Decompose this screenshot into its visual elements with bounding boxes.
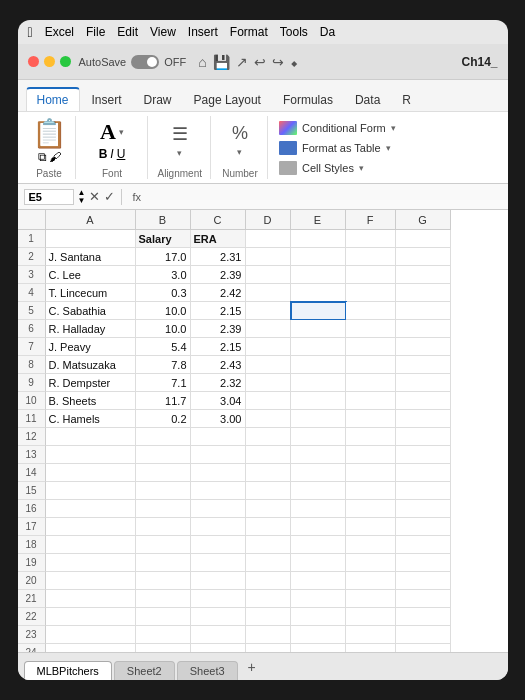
cell-9-C[interactable]: 2.32 [191, 374, 246, 392]
cell-4-E[interactable] [291, 284, 346, 302]
cell-9-F[interactable] [346, 374, 396, 392]
cell-19-G[interactable] [396, 554, 451, 572]
cell-22-F[interactable] [346, 608, 396, 626]
add-sheet-button[interactable]: + [240, 656, 264, 678]
cell-23-F[interactable] [346, 626, 396, 644]
cell-15-C[interactable] [191, 482, 246, 500]
cell-23-E[interactable] [291, 626, 346, 644]
cell-7-G[interactable] [396, 338, 451, 356]
cell-22-C[interactable] [191, 608, 246, 626]
cell-1-C[interactable]: ERA [191, 230, 246, 248]
cell-15-G[interactable] [396, 482, 451, 500]
menu-da[interactable]: Da [320, 25, 335, 39]
cell-12-D[interactable] [246, 428, 291, 446]
sheet-tab-sheet3[interactable]: Sheet3 [177, 661, 238, 680]
cell-1-D[interactable] [246, 230, 291, 248]
cell-reference[interactable]: E5 [24, 189, 74, 205]
cell-10-F[interactable] [346, 392, 396, 410]
cell-21-G[interactable] [396, 590, 451, 608]
cell-2-E[interactable] [291, 248, 346, 266]
cell-11-A[interactable]: C. Hamels [46, 410, 136, 428]
cell-23-B[interactable] [136, 626, 191, 644]
cell-6-C[interactable]: 2.39 [191, 320, 246, 338]
cell-13-C[interactable] [191, 446, 246, 464]
autosave-toggle[interactable] [131, 55, 159, 69]
cell-14-F[interactable] [346, 464, 396, 482]
cell-19-E[interactable] [291, 554, 346, 572]
cell-6-G[interactable] [396, 320, 451, 338]
cell-17-B[interactable] [136, 518, 191, 536]
col-header-D[interactable]: D [246, 210, 291, 230]
cell-6-E[interactable] [291, 320, 346, 338]
share-icon[interactable]: ↗ [236, 54, 248, 70]
col-header-F[interactable]: F [346, 210, 396, 230]
cell-22-D[interactable] [246, 608, 291, 626]
cell-9-G[interactable] [396, 374, 451, 392]
cell-19-D[interactable] [246, 554, 291, 572]
sheet-tab-sheet2[interactable]: Sheet2 [114, 661, 175, 680]
cell-11-G[interactable] [396, 410, 451, 428]
cell-5-G[interactable] [396, 302, 451, 320]
save-icon[interactable]: 💾 [213, 54, 230, 70]
cell-5-E[interactable] [291, 302, 346, 320]
cell-22-E[interactable] [291, 608, 346, 626]
tab-data[interactable]: Data [345, 89, 390, 111]
cell-11-E[interactable] [291, 410, 346, 428]
cell-styles-btn[interactable]: Cell Styles ▾ [276, 160, 367, 176]
menu-edit[interactable]: Edit [117, 25, 138, 39]
cell-5-C[interactable]: 2.15 [191, 302, 246, 320]
cell-24-G[interactable] [396, 644, 451, 652]
cell-4-D[interactable] [246, 284, 291, 302]
col-header-C[interactable]: C [191, 210, 246, 230]
cell-14-G[interactable] [396, 464, 451, 482]
alignment-caret[interactable]: ▾ [177, 148, 182, 158]
cell-24-C[interactable] [191, 644, 246, 652]
cell-20-A[interactable] [46, 572, 136, 590]
cell-10-D[interactable] [246, 392, 291, 410]
cell-3-D[interactable] [246, 266, 291, 284]
cell-7-B[interactable]: 5.4 [136, 338, 191, 356]
cell-9-B[interactable]: 7.1 [136, 374, 191, 392]
align-icon[interactable]: ☰ [172, 123, 188, 145]
cell-5-D[interactable] [246, 302, 291, 320]
cell-14-C[interactable] [191, 464, 246, 482]
cell-12-G[interactable] [396, 428, 451, 446]
cell-24-B[interactable] [136, 644, 191, 652]
bold-icon[interactable]: B [99, 147, 108, 161]
cell-22-A[interactable] [46, 608, 136, 626]
cell-4-C[interactable]: 2.42 [191, 284, 246, 302]
cell-4-F[interactable] [346, 284, 396, 302]
cell-6-B[interactable]: 10.0 [136, 320, 191, 338]
undo-icon[interactable]: ↩ [254, 54, 266, 70]
cell-11-D[interactable] [246, 410, 291, 428]
redo-icon[interactable]: ↪ [272, 54, 284, 70]
cell-23-G[interactable] [396, 626, 451, 644]
font-caret[interactable]: ▾ [119, 127, 124, 137]
cell-12-E[interactable] [291, 428, 346, 446]
cell-9-A[interactable]: R. Dempster [46, 374, 136, 392]
cell-8-D[interactable] [246, 356, 291, 374]
cell-18-B[interactable] [136, 536, 191, 554]
cell-7-C[interactable]: 2.15 [191, 338, 246, 356]
cell-7-A[interactable]: J. Peavy [46, 338, 136, 356]
home-icon[interactable]: ⌂ [198, 54, 206, 70]
cell-14-A[interactable] [46, 464, 136, 482]
cell-12-F[interactable] [346, 428, 396, 446]
format-table-caret[interactable]: ▾ [386, 143, 391, 153]
close-button[interactable] [28, 56, 39, 67]
cell-7-E[interactable] [291, 338, 346, 356]
cell-21-E[interactable] [291, 590, 346, 608]
cell-8-E[interactable] [291, 356, 346, 374]
cell-4-B[interactable]: 0.3 [136, 284, 191, 302]
cell-8-B[interactable]: 7.8 [136, 356, 191, 374]
cell-20-C[interactable] [191, 572, 246, 590]
cell-21-C[interactable] [191, 590, 246, 608]
cell-16-G[interactable] [396, 500, 451, 518]
cell-16-C[interactable] [191, 500, 246, 518]
cell-12-B[interactable] [136, 428, 191, 446]
cell-18-F[interactable] [346, 536, 396, 554]
cell-16-A[interactable] [46, 500, 136, 518]
cell-24-D[interactable] [246, 644, 291, 652]
cell-7-D[interactable] [246, 338, 291, 356]
cell-6-D[interactable] [246, 320, 291, 338]
